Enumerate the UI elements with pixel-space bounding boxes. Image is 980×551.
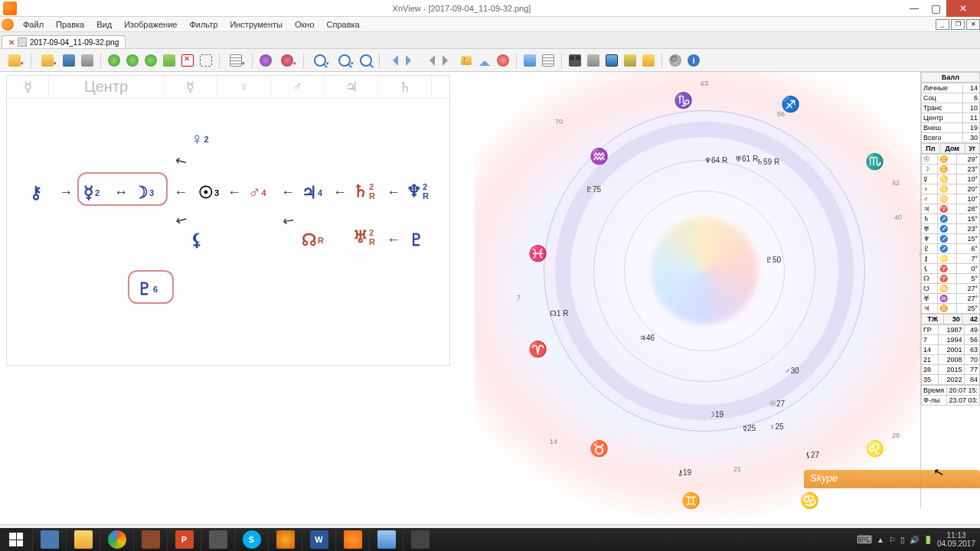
menu-tools[interactable]: Инструменты (224, 18, 289, 31)
taskbar-explorer[interactable] (66, 528, 100, 551)
tray-volume-icon[interactable]: 🔊 (910, 536, 919, 544)
find-button[interactable] (567, 52, 583, 69)
prev-button[interactable] (384, 52, 401, 69)
print-button[interactable] (79, 52, 96, 69)
clock[interactable]: 11:13 04.09.2017 (937, 531, 975, 548)
windows-logo-icon (9, 533, 23, 546)
arrow-left-icon: ← (174, 184, 188, 201)
effects-button[interactable] (257, 52, 274, 69)
tray-battery-icon[interactable]: 🔋 (923, 536, 933, 544)
tab-active[interactable]: ✕ 2017-09-04_11-09-32.png (2, 35, 126, 48)
mdi-restore[interactable]: ❐ (951, 19, 965, 30)
col-mercury2: ☿ (164, 76, 217, 98)
node-uranus: ♅2R (353, 227, 375, 247)
menu-view[interactable]: Вид (90, 18, 118, 31)
tray-up-icon[interactable]: ▲ (877, 536, 884, 544)
info-button[interactable]: i (685, 52, 702, 69)
taskbar-xnview[interactable] (335, 528, 369, 551)
col-mercury: ☿ (7, 76, 49, 98)
node-sun: ☉3 (198, 183, 219, 203)
close-button[interactable]: ✕ (946, 0, 980, 17)
start-button[interactable] (0, 528, 32, 551)
gear-icon (669, 54, 681, 67)
arrow-both-icon: ↔ (114, 184, 128, 201)
planet-mark: ☽19 (708, 410, 724, 419)
node-node: ☊R (302, 230, 324, 250)
image-button[interactable] (622, 52, 639, 69)
batch-button[interactable] (640, 52, 657, 69)
mdi-minimize[interactable]: _ (936, 19, 949, 30)
delete-button[interactable] (179, 52, 196, 69)
taskbar-app1[interactable] (133, 528, 167, 551)
minimize-button[interactable]: — (903, 0, 925, 17)
save-button[interactable] (60, 52, 77, 69)
zoom-fit-button[interactable] (333, 52, 356, 69)
tray-network-icon[interactable]: ▯ (900, 536, 905, 544)
leaf-button[interactable] (161, 52, 178, 69)
tray-flag-icon[interactable]: ⚐ (889, 536, 896, 544)
up2-button[interactable] (476, 52, 493, 69)
taskbar-chrome[interactable] (100, 528, 133, 551)
stop-button[interactable] (495, 52, 511, 69)
node-saturn: ♄2R (353, 181, 375, 201)
zoom-out-button[interactable] (358, 52, 374, 69)
up-button[interactable] (458, 52, 475, 69)
info-icon: i (688, 54, 700, 67)
planet-mark: ♀25 (769, 422, 784, 431)
arrow-up-icon (479, 55, 490, 66)
grid-button[interactable] (224, 52, 247, 69)
planet-mark: ☉27 (769, 399, 785, 408)
taskbar-powerpoint[interactable]: P (167, 528, 201, 551)
fullscreen-button[interactable] (540, 52, 557, 69)
taskbar-skype[interactable]: S (234, 528, 268, 551)
planet-mark: ♆64 R (704, 156, 727, 165)
node-lilith: ⚸ (191, 230, 203, 250)
next-button[interactable] (403, 52, 420, 69)
monitor-button[interactable] (603, 52, 620, 69)
skype-notification[interactable]: Skype (804, 470, 980, 488)
system-tray: ⌨ ▲ ⚐ ▯ 🔊 🔋 11:13 04.09.2017 (857, 531, 980, 548)
new-button[interactable] (3, 52, 26, 69)
taskbar-snip[interactable] (32, 528, 66, 551)
node-mars: ♂4 (248, 183, 266, 203)
window-title: XnView - [2017-09-04_11-09-32.png] (20, 4, 903, 13)
planet-mark: ☿25 (743, 424, 756, 432)
maximize-button[interactable]: ▢ (925, 0, 946, 17)
arrow-left-icon: ← (387, 184, 400, 201)
print2-button[interactable] (585, 52, 602, 69)
taskbar-word[interactable]: W (302, 528, 335, 551)
refresh-button[interactable] (142, 52, 159, 69)
slideshow-button[interactable] (521, 52, 538, 69)
tab-close-icon[interactable]: ✕ (8, 38, 15, 47)
select-button[interactable] (198, 52, 214, 69)
arrow-right-icon: → (59, 184, 73, 201)
taskbar-app3[interactable] (268, 528, 302, 551)
chart-panel: 63 ♑ ♐ ♒ ♏ ♓ ♎ ♈ ♍ ♉ ♌ ♊ ♋ 70 56 42 40 2… (475, 72, 980, 524)
col-saturn: ♄ (378, 76, 432, 98)
open-button[interactable] (36, 52, 59, 69)
arrow-left-icon (387, 55, 398, 66)
effects-menu[interactable] (276, 52, 299, 69)
menu-image[interactable]: Изображение (118, 18, 183, 31)
settings-button[interactable] (667, 52, 684, 69)
years-table: ТЖ3042 (921, 314, 980, 324)
planet-mark: ♄59 R (756, 158, 779, 166)
mdi-close[interactable]: ✕ (966, 19, 980, 30)
tab-file-icon (18, 37, 27, 47)
menu-file[interactable]: Файл (17, 18, 50, 31)
undo-button[interactable] (106, 52, 122, 69)
last-button[interactable] (439, 52, 456, 69)
menu-edit[interactable]: Правка (50, 18, 90, 31)
menu-help[interactable]: Справка (321, 18, 366, 31)
taskbar-app5[interactable] (403, 528, 436, 551)
menu-filter[interactable]: Фильтр (183, 18, 224, 31)
taskbar-app4[interactable] (369, 528, 403, 551)
tray-keyboard-icon[interactable]: ⌨ (857, 533, 872, 546)
menu-window[interactable]: Окно (289, 18, 321, 31)
first-button[interactable] (421, 52, 438, 69)
taskbar-app2[interactable] (201, 528, 234, 551)
redo-button[interactable] (124, 52, 141, 69)
zoom-in-button[interactable] (309, 52, 332, 69)
planets-table: ПлДомУг (921, 143, 980, 154)
planetary-diagram: ☿ Центр ☿ ♀ ♂ ♃ ♄ ♀2 ⚷ → ☿2 ↔ ☽3 ← ☉3 ← (6, 75, 450, 366)
